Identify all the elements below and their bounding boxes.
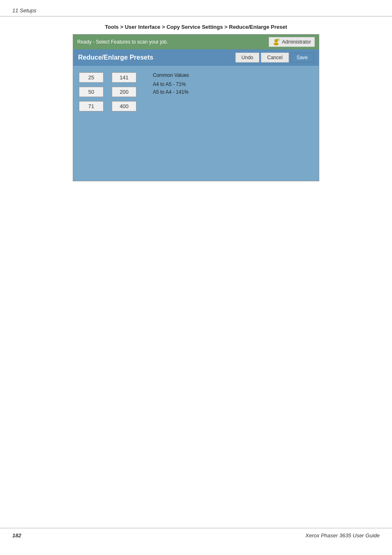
preset-71[interactable]: 71 [79, 101, 104, 111]
common-value-2: A5 to A4 - 141% [153, 88, 189, 96]
admin-label: Administrator [282, 39, 311, 45]
preset-400[interactable]: 400 [112, 101, 136, 111]
admin-badge: ★ Administrator [269, 37, 315, 47]
preset-right-column: 141 200 400 [112, 72, 136, 111]
window-body: 25 50 71 141 200 400 Common Values A4 to… [73, 66, 319, 181]
cancel-button[interactable]: Cancel [261, 53, 288, 62]
common-values-title: Common Values [153, 72, 189, 78]
admin-icon: ★ [272, 38, 280, 46]
undo-button[interactable]: Undo [235, 53, 260, 62]
preset-141[interactable]: 141 [112, 72, 136, 83]
chapter-label: 11 Setups [12, 7, 37, 14]
footer-page-number: 182 [12, 532, 21, 539]
window-title: Reduce/Enlarge Presets [78, 54, 153, 61]
common-values-section: Common Values A4 to A5 - 71% A5 to A4 - … [153, 72, 189, 111]
svg-point-1 [274, 43, 279, 46]
save-button[interactable]: Save [291, 53, 314, 62]
preset-50[interactable]: 50 [79, 87, 104, 97]
footer-doc-title: Xerox Phaser 3635 User Guide [305, 532, 380, 539]
breadcrumb-section: Tools > User Interface > Copy Service Se… [0, 16, 392, 34]
common-value-1: A4 to A5 - 71% [153, 81, 189, 88]
breadcrumb: Tools > User Interface > Copy Service Se… [105, 24, 287, 30]
window-header: Reduce/Enlarge Presets Undo Cancel Save [73, 49, 319, 66]
window-top-bar: Ready - Select Features to scan your job… [73, 35, 319, 49]
preset-left-column: 25 50 71 [79, 72, 104, 111]
page-footer: 182 Xerox Phaser 3635 User Guide [0, 528, 392, 543]
preset-200[interactable]: 200 [112, 87, 136, 97]
ui-window: Ready - Select Features to scan your job… [73, 34, 319, 181]
page-header: 11 Setups [0, 0, 392, 16]
ready-text: Ready - Select Features to scan your job… [77, 39, 168, 45]
preset-25[interactable]: 25 [79, 72, 104, 83]
presets-area: 25 50 71 141 200 400 Common Values A4 to… [79, 72, 313, 111]
header-buttons: Undo Cancel Save [235, 53, 314, 62]
